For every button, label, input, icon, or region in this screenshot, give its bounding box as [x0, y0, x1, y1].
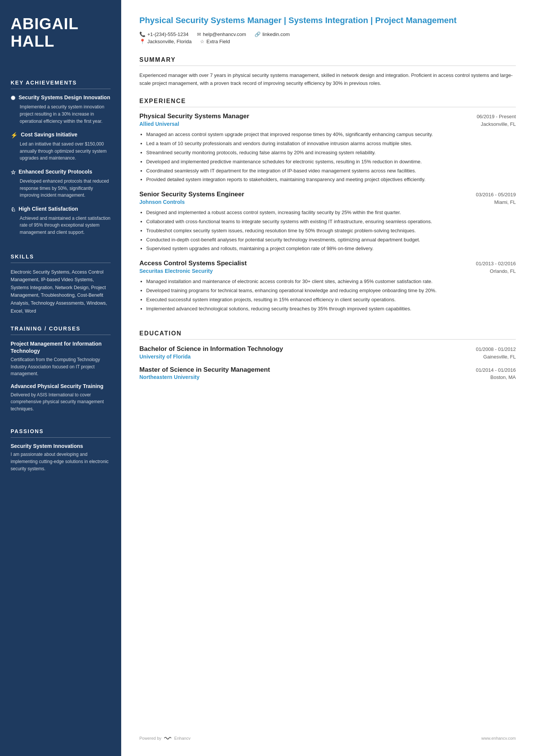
passion-1-title: Security System Innovations: [11, 443, 111, 449]
training-2-title: Advanced Physical Security Training: [11, 383, 111, 390]
job-1-date: 06/2019 - Present: [477, 114, 516, 119]
education-title: EDUCATION: [139, 330, 516, 337]
achievements-divider: [11, 89, 111, 89]
bullet: Developed and implemented predictive mai…: [146, 158, 516, 166]
bullet: Managed installation and maintenance of …: [146, 278, 516, 286]
achievement-1-desc: Implemented a security system innovation…: [11, 103, 111, 125]
bullet: Implemented advanced technological solut…: [146, 305, 516, 313]
contact-extra: ☆ Extra Field: [200, 39, 230, 44]
bullet: Collaborated with cross-functional teams…: [146, 218, 516, 226]
experience-divider: [139, 107, 516, 107]
bullet: Streamlined security monitoring protocol…: [146, 149, 516, 157]
passion-1-desc: I am passionate about developing and imp…: [11, 451, 111, 472]
location-icon: 📍: [139, 39, 145, 44]
job-2-date: 03/2016 - 05/2019: [476, 192, 516, 197]
email-icon: ✉: [197, 31, 201, 37]
passions-divider: [11, 437, 111, 438]
job-3-subheader: Securitas Electronic Security Orlando, F…: [139, 268, 516, 274]
candidate-name: ABIGAIL HALL: [11, 15, 111, 50]
achievement-1-icon: ✺: [11, 95, 16, 102]
bullet: Led a team of 10 security professionals …: [146, 140, 516, 148]
phone-icon: 📞: [139, 31, 145, 37]
job-2-header: Senior Security Systems Engineer 03/2016…: [139, 191, 516, 198]
achievement-1: ✺ Security Systems Design Innovation Imp…: [11, 94, 111, 125]
passions-title: PASSIONS: [11, 428, 111, 434]
contact-row-2: 📍 Jacksonville, Florida ☆ Extra Field: [139, 39, 516, 44]
job-2-subheader: Johnson Controls Miami, FL: [139, 199, 516, 205]
contact-row-1: 📞 +1-(234)-555-1234 ✉ help@enhancv.com 🔗…: [139, 31, 516, 37]
bullet: Supervised system upgrades and rollouts,…: [146, 245, 516, 253]
achievement-4-desc: Achieved and maintained a client satisfa…: [11, 215, 111, 236]
job-2-bullets: Designed and implemented a robust access…: [139, 209, 516, 253]
bullet: Executed successful system integration p…: [146, 296, 516, 304]
contact-linkedin: 🔗 linkedin.com: [255, 31, 290, 37]
job-1-bullets: Managed an access control system upgrade…: [139, 131, 516, 184]
job-3: Access Control Systems Specialist 01/201…: [139, 260, 516, 313]
summary-divider: [139, 66, 516, 66]
training-section: TRAINING / COURSES Project Management fo…: [11, 315, 111, 418]
job-3-company: Securitas Electronic Security: [139, 268, 213, 274]
bullet: Coordinated seamlessly with IT departmen…: [146, 167, 516, 175]
training-title: TRAINING / COURSES: [11, 326, 111, 332]
main-header: Physical Security Systems Manager | Syst…: [139, 15, 516, 46]
contact-email: ✉ help@enhancv.com: [197, 31, 246, 37]
skills-section: SKILLS Electronic Security Systems, Acce…: [11, 243, 111, 315]
achievement-2-desc: Led an initiative that saved over $150,0…: [11, 141, 111, 162]
bullet: Managed an access control system upgrade…: [146, 131, 516, 139]
edu-2-location: Boston, MA: [490, 374, 516, 380]
job-1: Physical Security Systems Manager 06/201…: [139, 113, 516, 184]
job-1-location: Jacksonville, FL: [481, 121, 516, 127]
skills-text: Electronic Security Systems, Access Cont…: [11, 268, 111, 315]
edu-2: Master of Science in Security Management…: [139, 366, 516, 380]
achievement-2: ⚡ Cost Savings Initiative Led an initiat…: [11, 131, 111, 162]
achievement-3-title: ☆ Enhanced Security Protocols: [11, 169, 111, 176]
edu-1-date: 01/2008 - 01/2012: [476, 346, 516, 352]
training-1-title: Project Management for Information Techn…: [11, 340, 111, 355]
edu-1-subheader: University of Florida Gainesville, FL: [139, 354, 516, 360]
achievement-3-icon: ☆: [11, 169, 16, 176]
job-3-location: Orlando, FL: [490, 268, 516, 274]
education-section: EDUCATION Bachelor of Science in Informa…: [139, 319, 516, 386]
powered-by-label: Powered by: [139, 736, 161, 740]
job-2-title: Senior Security Systems Engineer: [139, 191, 244, 198]
enhancv-logo-icon: [164, 736, 172, 741]
edu-1: Bachelor of Science in Information Techn…: [139, 345, 516, 359]
extra-icon: ☆: [200, 39, 205, 44]
footer-branding: Powered by Enhancv: [139, 736, 190, 741]
job-3-header: Access Control Systems Specialist 01/201…: [139, 260, 516, 267]
edu-2-degree: Master of Science in Security Management: [139, 366, 270, 374]
bullet: Conducted in-depth cost-benefit analyses…: [146, 236, 516, 244]
contact-location: 📍 Jacksonville, Florida: [139, 39, 192, 44]
job-3-date: 01/2013 - 02/2016: [476, 261, 516, 266]
main-content: Physical Security Systems Manager | Syst…: [121, 0, 534, 756]
achievement-3: ☆ Enhanced Security Protocols Developed …: [11, 169, 111, 199]
linkedin-icon: 🔗: [255, 31, 261, 37]
contact-phone: 📞 +1-(234)-555-1234: [139, 31, 189, 37]
achievements-section: KEY ACHIEVEMENTS ✺ Security Systems Desi…: [11, 69, 111, 243]
bullet: Developed training programs for technica…: [146, 287, 516, 295]
job-title: Physical Security Systems Manager | Syst…: [139, 15, 516, 26]
training-1: Project Management for Information Techn…: [11, 340, 111, 377]
achievement-2-title: ⚡ Cost Savings Initiative: [11, 131, 111, 139]
training-1-desc: Certification from the Computing Technol…: [11, 356, 111, 377]
experience-title: EXPERIENCE: [139, 98, 516, 105]
achievement-4: ♘ High Client Satisfaction Achieved and …: [11, 206, 111, 236]
job-1-header: Physical Security Systems Manager 06/201…: [139, 113, 516, 120]
summary-title: SUMMARY: [139, 56, 516, 63]
footer-website: www.enhancv.com: [481, 736, 516, 740]
main-footer: Powered by Enhancv www.enhancv.com: [139, 724, 516, 741]
education-divider: [139, 339, 516, 340]
passion-1: Security System Innovations I am passion…: [11, 443, 111, 472]
edu-1-school: University of Florida: [139, 354, 190, 360]
training-2: Advanced Physical Security Training Deli…: [11, 383, 111, 413]
achievement-3-desc: Developed enhanced protocols that reduce…: [11, 178, 111, 199]
bullet: Troubleshot complex security system issu…: [146, 227, 516, 235]
job-3-bullets: Managed installation and maintenance of …: [139, 278, 516, 313]
bullet: Designed and implemented a robust access…: [146, 209, 516, 217]
sidebar: ABIGAIL HALL KEY ACHIEVEMENTS ✺ Security…: [0, 0, 121, 756]
job-1-subheader: Allied Universal Jacksonville, FL: [139, 121, 516, 127]
bullet: Provided detailed system integration rep…: [146, 176, 516, 184]
achievements-title: KEY ACHIEVEMENTS: [11, 80, 111, 86]
edu-2-header: Master of Science in Security Management…: [139, 366, 516, 374]
achievement-4-title: ♘ High Client Satisfaction: [11, 206, 111, 213]
